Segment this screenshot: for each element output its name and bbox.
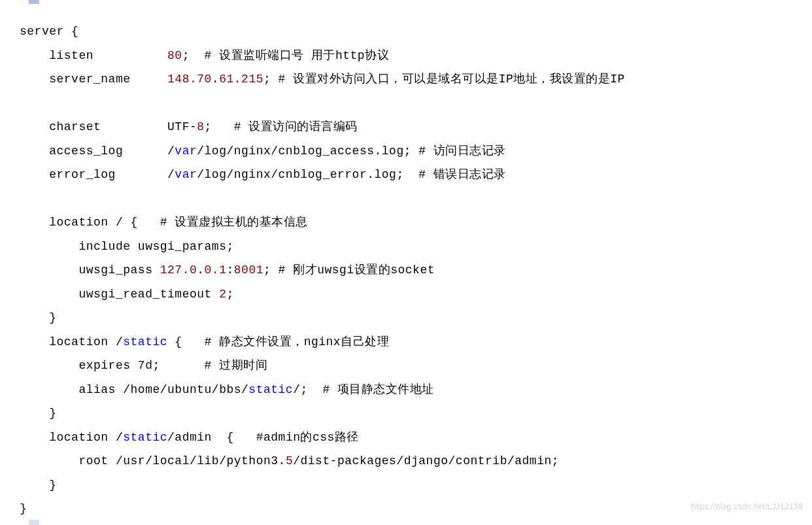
line-9: location / { # 设置虚拟主机的基本信息 xyxy=(20,216,308,229)
watermark-text: https://blog.csdn.net/LJJ12138 xyxy=(690,495,803,519)
line-18a: location / xyxy=(20,431,123,444)
line-16a: alias /home/ubuntu/bbs/ xyxy=(20,383,248,396)
line-12c: ; xyxy=(226,288,233,301)
line-5c: ; # 设置访问的语言编码 xyxy=(205,120,358,133)
line-11c: . xyxy=(197,263,204,277)
line-6c: /log/nginx/cnblog_access.log; # 访问日志记录 xyxy=(197,144,506,158)
line-11a: uwsgi_pass xyxy=(20,263,160,277)
line-3e: ; # 设置对外访问入口，可以是域名可以是IP地址，我设置的是IP xyxy=(263,73,625,86)
line-20: } xyxy=(20,479,57,492)
line-7a: error_log / xyxy=(20,168,175,181)
line-10: include uwsgi_params; xyxy=(20,240,234,253)
line-2c: ; # 设置监听端口号 用于http协议 xyxy=(182,49,390,62)
line-2-num: 80 xyxy=(167,49,182,62)
line-19b: 5 xyxy=(286,454,293,467)
line-3d: 61.215 xyxy=(219,73,263,86)
nginx-config-code: server { listen 80; # 设置监听端口号 用于http协议 s… xyxy=(20,20,792,521)
line-2a: listen xyxy=(20,49,167,62)
line-7c: /log/nginx/cnblog_error.log; # 错误日志记录 xyxy=(197,168,506,181)
line-14b: static xyxy=(123,335,167,348)
line-3c: . xyxy=(212,73,219,86)
line-16b: static xyxy=(248,383,293,396)
line-21: } xyxy=(20,502,27,515)
line-3a: server_name xyxy=(20,73,167,86)
top-partial-icon xyxy=(29,0,39,4)
line-11g: ; # 刚才uwsgi设置的socket xyxy=(263,263,435,277)
line-16c: /; # 项目静态文件地址 xyxy=(293,383,434,396)
line-14c: { # 静态文件设置，nginx自己处理 xyxy=(167,335,389,348)
line-5a: charset UTF- xyxy=(20,120,197,133)
line-1: server { xyxy=(20,25,78,38)
line-5b: 8 xyxy=(197,120,204,133)
line-3b: 148.70 xyxy=(167,73,212,86)
line-11b: 127.0 xyxy=(160,263,197,277)
line-14a: location / xyxy=(20,335,123,348)
line-19c: /dist-packages/django/contrib/admin; xyxy=(293,454,559,467)
line-13: } xyxy=(20,311,57,324)
line-19a: root /usr/local/lib/python3. xyxy=(20,454,286,467)
line-15: expires 7d; # 过期时间 xyxy=(20,359,267,372)
line-11e: : xyxy=(226,263,233,277)
line-7b: var xyxy=(175,168,197,181)
line-6b: var xyxy=(175,144,197,158)
line-18c: /admin { #admin的css路径 xyxy=(167,431,359,444)
bottom-partial-icon xyxy=(29,520,39,525)
line-12a: uwsgi_read_timeout xyxy=(20,288,219,301)
line-12b: 2 xyxy=(219,288,226,301)
line-6a: access_log / xyxy=(20,144,175,158)
line-17: } xyxy=(20,407,57,420)
line-18b: static xyxy=(123,431,167,444)
line-11f: 8001 xyxy=(234,263,263,277)
line-11d: 0.1 xyxy=(205,263,227,277)
